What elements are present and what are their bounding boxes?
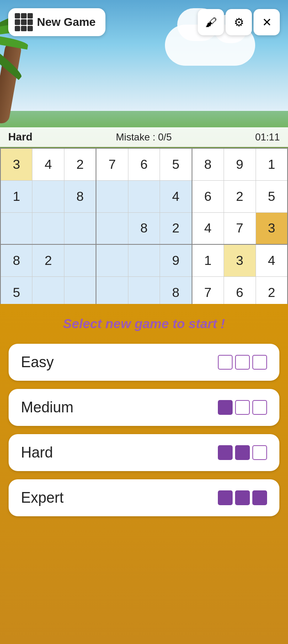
sudoku-cell[interactable]: 6 (192, 180, 224, 212)
sudoku-cell[interactable]: 7 (96, 148, 128, 180)
close-icon: ✕ (262, 16, 272, 29)
hard-label: Hard (21, 444, 53, 461)
medium-bars (218, 400, 267, 415)
sudoku-cell[interactable] (96, 212, 128, 244)
easy-label: Easy (21, 354, 54, 371)
difficulty-label: Hard (8, 131, 32, 143)
sudoku-cell[interactable]: 5 (160, 148, 192, 180)
bar-filled (218, 490, 233, 505)
sudoku-cell[interactable]: 3 (224, 244, 256, 276)
grid-cell (21, 19, 26, 25)
bar-filled (235, 490, 250, 505)
settings-button[interactable]: ⚙ (226, 9, 252, 35)
top-right-icons: 🖌 ⚙ ✕ (198, 9, 280, 35)
expert-bars (218, 490, 267, 505)
sudoku-cell[interactable]: 1 (0, 180, 32, 212)
timer: 01:11 (255, 131, 280, 143)
sudoku-cell[interactable]: 2 (64, 148, 96, 180)
sudoku-grid: 3427658911846258247382913458762 (0, 148, 288, 309)
bar-empty (252, 355, 267, 370)
grid-cell (15, 19, 20, 25)
bar-filled (235, 445, 250, 460)
grid-cell (27, 13, 33, 18)
sudoku-cell[interactable] (96, 244, 128, 276)
medium-label: Medium (21, 399, 73, 416)
easy-option[interactable]: Easy (9, 344, 279, 381)
expert-label: Expert (21, 489, 64, 506)
table-row: 82473 (0, 212, 288, 244)
grid-cell (27, 19, 33, 25)
sudoku-cell[interactable]: 3 (256, 212, 288, 244)
sudoku-cell[interactable]: 2 (224, 180, 256, 212)
sudoku-cell[interactable]: 4 (32, 148, 64, 180)
new-game-label: New Game (37, 16, 96, 29)
paint-button[interactable]: 🖌 (198, 9, 224, 35)
sudoku-cell[interactable]: 5 (256, 180, 288, 212)
bar-filled (252, 490, 267, 505)
sudoku-cell[interactable]: 4 (160, 180, 192, 212)
sudoku-table: 3427658911846258247382913458762 (0, 148, 288, 309)
bar-filled (218, 400, 233, 415)
medium-option[interactable]: Medium (9, 389, 279, 426)
table-row: 829134 (0, 244, 288, 276)
bar-filled (218, 445, 233, 460)
bar-empty (252, 400, 267, 415)
sudoku-cell[interactable]: 9 (160, 244, 192, 276)
sudoku-cell[interactable] (64, 244, 96, 276)
sudoku-cell[interactable]: 4 (256, 244, 288, 276)
grid-cell (15, 26, 20, 31)
sudoku-cell[interactable]: 8 (0, 244, 32, 276)
hard-option[interactable]: Hard (9, 434, 279, 471)
settings-icon: ⚙ (234, 16, 244, 29)
sudoku-cell[interactable]: 1 (256, 148, 288, 180)
bar-empty (235, 355, 250, 370)
close-button[interactable]: ✕ (254, 9, 280, 35)
bar-empty (252, 445, 267, 460)
sudoku-cell[interactable]: 7 (224, 212, 256, 244)
table-row: 342765891 (0, 148, 288, 180)
easy-bars (218, 355, 267, 370)
expert-option[interactable]: Expert (9, 479, 279, 516)
hard-bars (218, 445, 267, 460)
sudoku-cell[interactable]: 8 (64, 180, 96, 212)
sudoku-cell[interactable]: 8 (192, 148, 224, 180)
sudoku-cell[interactable]: 2 (32, 244, 64, 276)
bar-empty (218, 355, 233, 370)
mistakes-counter: Mistake : 0/5 (116, 131, 172, 143)
overlay-panel: Select new game to start ! Easy Medium H… (0, 304, 288, 644)
grid-cell (21, 26, 26, 31)
top-bar: New Game 🖌 ⚙ ✕ (0, 8, 288, 36)
sudoku-cell[interactable] (32, 212, 64, 244)
grid-cell (21, 13, 26, 18)
sudoku-cell[interactable]: 4 (192, 212, 224, 244)
grid-cell (27, 26, 33, 31)
select-prompt: Select new game to start ! (63, 316, 225, 331)
sudoku-cell[interactable] (0, 212, 32, 244)
sudoku-cell[interactable]: 6 (128, 148, 160, 180)
sudoku-cell[interactable] (64, 212, 96, 244)
paint-icon: 🖌 (205, 16, 217, 29)
sudoku-cell[interactable] (128, 244, 160, 276)
table-row: 184625 (0, 180, 288, 212)
grid-icon (15, 13, 33, 31)
sudoku-cell[interactable] (32, 180, 64, 212)
sudoku-cell[interactable]: 8 (128, 212, 160, 244)
sudoku-cell[interactable]: 2 (160, 212, 192, 244)
sudoku-cell[interactable]: 1 (192, 244, 224, 276)
grid-cell (15, 13, 20, 18)
sudoku-cell[interactable] (96, 180, 128, 212)
new-game-button[interactable]: New Game (8, 8, 105, 36)
sudoku-cell[interactable]: 9 (224, 148, 256, 180)
bar-empty (235, 400, 250, 415)
sudoku-cell[interactable] (128, 180, 160, 212)
sudoku-cell[interactable]: 3 (0, 148, 32, 180)
status-bar: Hard Mistake : 0/5 01:11 (0, 127, 288, 147)
